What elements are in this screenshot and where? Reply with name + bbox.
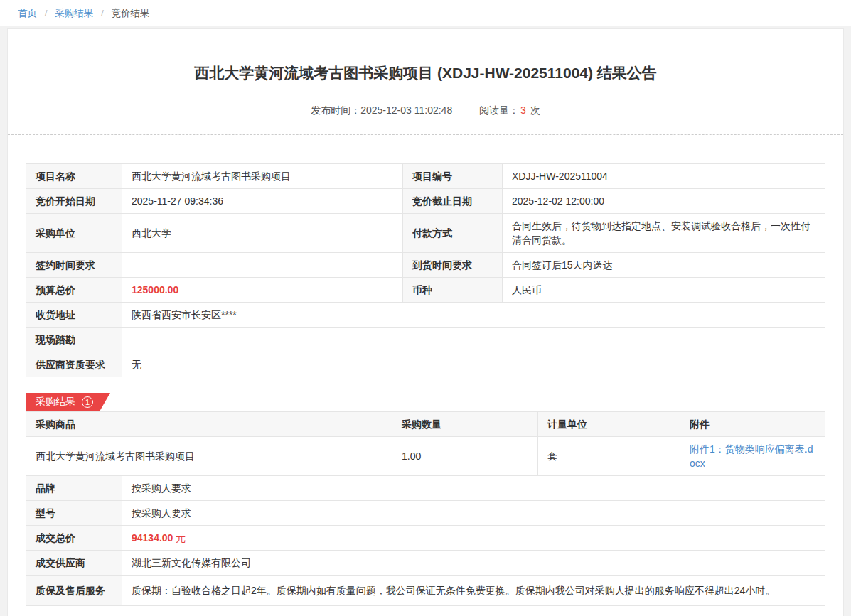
result-item-table: 采购商品 采购数量 计量单位 附件 西北大学黄河流域考古图书采购项目 1.00 … — [26, 411, 825, 476]
breadcrumb-home-link[interactable]: 首页 — [18, 8, 37, 18]
currency-value: 人民币 — [503, 278, 825, 303]
payment-method-value: 合同生效后，待货物到达指定地点、安装调试验收合格后，一次性付清合同货款。 — [503, 214, 825, 253]
supplier-qualification-label: 供应商资质要求 — [26, 352, 122, 377]
deal-total-value: 94134.00 元 — [122, 526, 825, 551]
project-code-label: 项目编号 — [403, 164, 503, 189]
breadcrumb-separator: / — [45, 8, 48, 18]
read-count-label: 阅读量： — [479, 104, 519, 116]
announcement-meta: 发布时间：2025-12-03 11:02:48 阅读量：3 次 — [26, 104, 825, 117]
purchase-result-badge: 采购结果 1 — [26, 393, 110, 411]
project-info-table: 项目名称 西北大学黄河流域考古图书采购项目 项目编号 XDJJ-HW-20251… — [26, 163, 825, 377]
delivery-address-label: 收货地址 — [26, 303, 122, 328]
delivery-time-value: 合同签订后15天内送达 — [503, 253, 825, 278]
attachment-column-header: 附件 — [680, 412, 825, 437]
budget-total-value: 125000.00 — [122, 278, 403, 303]
delivery-time-label: 到货时间要求 — [403, 253, 503, 278]
result-count-circle: 1 — [82, 396, 93, 408]
attachment-link[interactable]: 附件1：货物类响应偏离表.docx — [690, 443, 813, 469]
publish-time-value: 2025-12-03 11:02:48 — [360, 104, 452, 116]
project-name-label: 项目名称 — [26, 164, 122, 189]
budget-total-label: 预算总价 — [26, 278, 122, 303]
deal-amount: 94134.00 — [132, 532, 173, 544]
model-label: 型号 — [26, 501, 122, 526]
read-count-value: 3 — [520, 104, 526, 116]
unit-cell: 套 — [538, 437, 680, 476]
table-row: 签约时间要求 到货时间要求 合同签订后15天内送达 — [26, 253, 825, 278]
site-survey-label: 现场踏勘 — [26, 328, 122, 352]
table-row: 质保及售后服务 质保期：自验收合格之日起2年。质保期内如有质量问题，我公司保证无… — [26, 576, 825, 606]
table-row: 品牌 按采购人要求 — [26, 476, 825, 501]
brand-value: 按采购人要求 — [122, 476, 825, 501]
winning-supplier-label: 成交供应商 — [26, 551, 122, 576]
table-row: 现场踏勘 — [26, 328, 825, 352]
table-row: 西北大学黄河流域考古图书采购项目 1.00 套 附件1：货物类响应偏离表.doc… — [26, 437, 825, 476]
payment-method-label: 付款方式 — [403, 214, 503, 253]
publish-time-label: 发布时间： — [311, 104, 360, 116]
page-title: 西北大学黄河流域考古图书采购项目 (XDJJ-HW-202511004) 结果公… — [26, 29, 825, 83]
purchaser-value: 西北大学 — [122, 214, 403, 253]
currency-label: 币种 — [403, 278, 503, 303]
product-name-cell: 西北大学黄河流域考古图书采购项目 — [26, 437, 392, 476]
purchase-result-badge-label: 采购结果 — [36, 396, 75, 409]
signing-time-label: 签约时间要求 — [26, 253, 122, 278]
table-row: 收货地址 陕西省西安市长安区**** — [26, 303, 825, 328]
project-code-value: XDJJ-HW-202511004 — [503, 164, 825, 189]
deal-total-label: 成交总价 — [26, 526, 122, 551]
purchaser-label: 采购单位 — [26, 214, 122, 253]
budget-amount: 125000.00 — [132, 284, 178, 296]
warranty-service-label: 质保及售后服务 — [26, 576, 122, 606]
attachment-cell: 附件1：货物类响应偏离表.docx — [680, 437, 825, 476]
model-value: 按采购人要求 — [122, 501, 825, 526]
result-detail-table: 品牌 按采购人要求 型号 按采购人要求 成交总价 94134.00 元 成交供应… — [26, 475, 825, 606]
bid-end-label: 竞价截止日期 — [403, 189, 503, 214]
bid-start-label: 竞价开始日期 — [26, 189, 122, 214]
table-row: 采购单位 西北大学 付款方式 合同生效后，待货物到达指定地点、安装调试验收合格后… — [26, 214, 825, 253]
supplier-qualification-value: 无 — [122, 352, 825, 377]
table-row: 成交供应商 湖北三新文化传媒有限公司 — [26, 551, 825, 576]
breadcrumb-separator: / — [101, 8, 104, 18]
table-row: 预算总价 125000.00 币种 人民币 — [26, 278, 825, 303]
table-row: 成交总价 94134.00 元 — [26, 526, 825, 551]
project-name-value: 西北大学黄河流域考古图书采购项目 — [122, 164, 403, 189]
read-count-unit: 次 — [530, 104, 540, 116]
table-header-row: 采购商品 采购数量 计量单位 附件 — [26, 412, 825, 437]
breadcrumb-purchase-results-link[interactable]: 采购结果 — [55, 8, 93, 18]
table-row: 项目名称 西北大学黄河流域考古图书采购项目 项目编号 XDJJ-HW-20251… — [26, 164, 825, 189]
delivery-address-value: 陕西省西安市长安区**** — [122, 303, 825, 328]
bid-start-value: 2025-11-27 09:34:36 — [122, 189, 403, 214]
signing-time-value — [122, 253, 403, 278]
unit-column-header: 计量单位 — [538, 412, 680, 437]
deal-currency-unit: 元 — [176, 532, 186, 544]
winning-supplier-value: 湖北三新文化传媒有限公司 — [122, 551, 825, 576]
brand-label: 品牌 — [26, 476, 122, 501]
table-row: 型号 按采购人要求 — [26, 501, 825, 526]
quantity-cell: 1.00 — [392, 437, 538, 476]
divider — [8, 134, 843, 135]
announcement-card: 西北大学黄河流域考古图书采购项目 (XDJJ-HW-202511004) 结果公… — [7, 28, 844, 616]
breadcrumb-current-bidding-results: 竞价结果 — [112, 8, 150, 18]
table-row: 供应商资质要求 无 — [26, 352, 825, 377]
bid-end-value: 2025-12-02 12:00:00 — [503, 189, 825, 214]
product-column-header: 采购商品 — [26, 412, 392, 437]
quantity-column-header: 采购数量 — [392, 412, 538, 437]
table-row: 竞价开始日期 2025-11-27 09:34:36 竞价截止日期 2025-1… — [26, 189, 825, 214]
site-survey-value — [122, 328, 825, 352]
warranty-service-value: 质保期：自验收合格之日起2年。质保期内如有质量问题，我公司保证无条件免费更换。质… — [122, 576, 825, 606]
breadcrumb: 首页 / 采购结果 / 竞价结果 — [0, 0, 851, 26]
